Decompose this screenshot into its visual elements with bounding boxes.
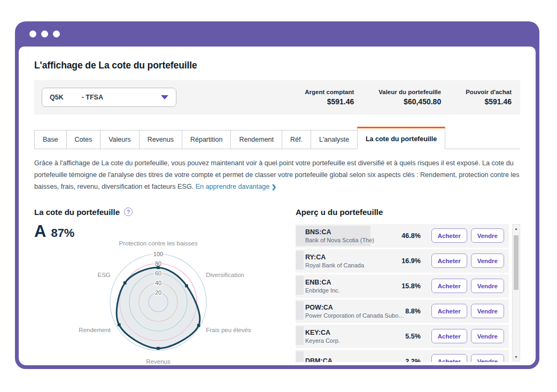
holding-name-cell: DBM:CA (305, 357, 405, 362)
buy-button[interactable]: Acheter (431, 279, 467, 293)
buy-button[interactable]: Acheter (431, 329, 467, 343)
holding-name-cell: BNS:CABank of Nova Scotia (The) (305, 228, 401, 243)
sell-button[interactable]: Vendre (471, 304, 504, 318)
radar-axis-label: Frais peu élevés (206, 326, 251, 333)
radar-axis-label: Revenus (146, 358, 171, 365)
holding-company-name: Keyera Corp. (305, 337, 405, 344)
radar-axis-label: Rendement (79, 326, 111, 333)
holding-ticker: RY:CA (305, 253, 401, 261)
account-type-label: - TFSA (82, 94, 103, 101)
tab-bar: BaseCotesValeursRevenusRépartitionRendem… (34, 127, 520, 149)
radar-axis-label: ESG (98, 271, 111, 278)
stat-label: Valeur du portefeuille (378, 89, 441, 95)
holding-row: KEY:CAKeyera Corp.5.5%AcheterVendre (296, 325, 509, 348)
holding-ticker: DBM:CA (305, 357, 405, 362)
overview-section-heading: Aperç u du portefeuille (296, 207, 383, 217)
radar-data-marker (185, 284, 188, 287)
holding-row: DBM:CA2.2%AcheterVendre (296, 350, 509, 362)
holding-weight: 46.8% (401, 232, 420, 240)
row-accent (296, 276, 304, 295)
buy-button[interactable]: Acheter (431, 228, 467, 243)
tab-la-cote-du-portefeuille[interactable]: La cote du portefeuille (357, 127, 445, 149)
sell-button[interactable]: Vendre (471, 354, 504, 362)
sell-button[interactable]: Vendre (471, 228, 504, 243)
radar-tick-label: 60 (155, 270, 161, 276)
holding-row: RY:CARoyal Bank of Canada16.9%AcheterVen… (296, 249, 509, 273)
page-content: L'affichage de La cote du portefeuille Q… (19, 47, 536, 365)
holding-ticker: KEY:CA (305, 329, 405, 336)
holding-weight: 8.8% (405, 308, 421, 315)
holding-ticker: BNS:CA (305, 228, 401, 236)
sell-button[interactable]: Vendre (471, 279, 504, 293)
holding-row: POW:CAPower Corporation of Canada Subord… (296, 299, 509, 323)
holding-company-name: Bank of Nova Scotia (The) (305, 237, 401, 243)
row-accent (296, 351, 304, 362)
window-control-dot[interactable] (29, 30, 36, 37)
row-accent (296, 326, 304, 345)
window-control-dot[interactable] (53, 30, 60, 37)
stat-value: $591.46 (466, 97, 512, 106)
account-selector-dropdown[interactable]: Q5K - TFSA (42, 88, 176, 107)
sell-button[interactable]: Vendre (471, 329, 504, 343)
holding-name-cell: KEY:CAKeyera Corp. (305, 329, 405, 344)
holding-weight: 16.9% (401, 257, 420, 265)
holding-company-name: Royal Bank of Canada (305, 262, 401, 268)
portfolio-overview-section: Aperç u du portefeuille BNS:CABank of No… (296, 207, 520, 365)
account-code: Q5K (50, 94, 64, 101)
radar-data-marker (123, 281, 127, 285)
score-section-heading: La cote du portefeuille (34, 207, 120, 217)
stat-value: $60,450.80 (378, 97, 441, 106)
tab-revenus[interactable]: Revenus (139, 130, 182, 149)
app-window: L'affichage de La cote du portefeuille Q… (15, 21, 539, 369)
portfolio-score-section: La cote du portefeuille ? A 87% 20406080… (34, 207, 284, 365)
radar-axis-label: Protection contre les baisses (119, 240, 197, 247)
stat-label: Pouvoir d'achat (466, 89, 512, 95)
tab-l-analyste[interactable]: L'analyste (311, 130, 358, 149)
radar-data-marker (157, 266, 160, 269)
window-titlebar (15, 21, 539, 47)
row-accent (296, 301, 304, 320)
window-control-dot[interactable] (41, 30, 48, 37)
radar-tick-label: 100 (153, 250, 163, 257)
holding-name-cell: RY:CARoyal Bank of Canada (305, 253, 401, 268)
tab-cotes[interactable]: Cotes (66, 130, 101, 149)
holding-company-name: Enbridge Inc. (305, 287, 401, 294)
radar-data-marker (118, 323, 121, 326)
scroll-up-icon[interactable]: ▲ (514, 227, 518, 230)
stat-label: Argent comptant (305, 89, 354, 95)
holding-row: BNS:CABank of Nova Scotia (The)46.8%Ache… (296, 224, 509, 248)
tab-valeurs[interactable]: Valeurs (100, 130, 139, 149)
buy-button[interactable]: Acheter (431, 354, 467, 362)
tab-rendement[interactable]: Rendement (230, 130, 282, 149)
learn-more-link[interactable]: En apprendre davantage (196, 183, 270, 190)
stat-value: $591.46 (305, 97, 354, 106)
chevron-down-icon (161, 95, 168, 99)
page-title: L'affichage de La cote du portefeuille (34, 60, 520, 71)
sell-button[interactable]: Vendre (471, 253, 504, 268)
help-icon[interactable]: ? (124, 207, 133, 216)
tab-base[interactable]: Base (34, 130, 67, 149)
portfolio-score-radar-chart: 20406080100Protection contre les baisses… (34, 237, 284, 365)
radar-tick-label: 40 (155, 279, 161, 286)
account-stat: Valeur du portefeuille$60,450.80 (378, 89, 441, 106)
holding-weight: 15.8% (401, 282, 420, 290)
account-stats: Argent comptant$591.46Valeur du portefeu… (305, 89, 513, 106)
feature-description: Grâce à l'affichage de La cote du portef… (34, 158, 520, 193)
account-summary-bar: Q5K - TFSA Argent comptant$591.46Valeur … (34, 80, 520, 114)
tab-r-f-[interactable]: Réf. (282, 130, 311, 149)
holding-name-cell: ENB:CAEnbridge Inc. (305, 279, 401, 294)
scrollbar[interactable]: ▲ ▼ (512, 224, 520, 362)
holdings-list: BNS:CABank of Nova Scotia (The)46.8%Ache… (296, 224, 520, 362)
holding-name-cell: POW:CAPower Corporation of Canada Subord… (305, 304, 405, 319)
description-text: Grâce à l'affichage de La cote du portef… (34, 159, 520, 190)
radar-data-marker (157, 347, 160, 350)
radar-tick-label: 20 (155, 289, 161, 295)
scroll-down-icon[interactable]: ▼ (514, 355, 518, 359)
holding-ticker: POW:CA (305, 304, 405, 311)
radar-data-marker (197, 324, 200, 327)
scroll-thumb[interactable] (514, 235, 519, 290)
buy-button[interactable]: Acheter (431, 253, 467, 268)
chevron-right-icon: ❯ (272, 183, 276, 190)
tab-r-partition[interactable]: Répartition (182, 130, 231, 149)
buy-button[interactable]: Acheter (431, 304, 467, 318)
